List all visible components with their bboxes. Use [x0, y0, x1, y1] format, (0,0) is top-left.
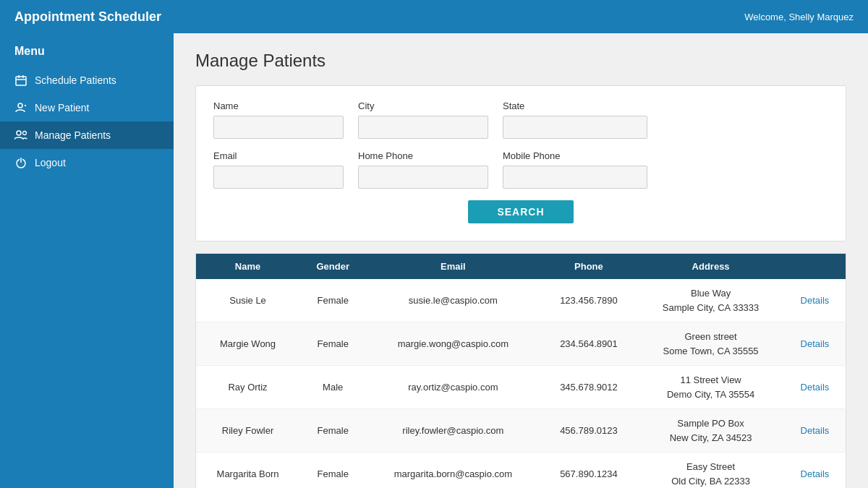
app-header: Appointment Scheduler Welcome, Shelly Ma…	[0, 0, 868, 33]
patient-table: Name Gender Email Phone Address Susie Le…	[195, 253, 846, 488]
cell-address: Sample PO BoxNew City, ZA 34523	[637, 409, 784, 453]
form-row-2: Email Home Phone Mobile Phone	[213, 150, 828, 189]
cell-name: Ray Ortiz	[196, 366, 300, 409]
state-input[interactable]	[503, 116, 647, 139]
col-gender: Gender	[299, 254, 366, 280]
sidebar-item-manage-patients[interactable]: Manage Patients	[0, 121, 174, 149]
cell-gender: Female	[299, 322, 366, 366]
details-link[interactable]: Details	[791, 288, 840, 313]
cell-email: margie.wong@caspio.com	[366, 322, 540, 366]
sidebar: Menu Schedule Patients	[0, 33, 174, 488]
sidebar-menu-label: Menu	[0, 45, 174, 67]
cell-address: Green streetSome Town, CA 35555	[637, 322, 784, 366]
calendar-icon	[14, 74, 27, 87]
table-row: Ray Ortiz Male ray.ortiz@caspio.com 345.…	[196, 366, 846, 409]
form-group-mobile-phone: Mobile Phone	[503, 150, 647, 189]
form-group-state: State	[503, 100, 647, 139]
table-body: Susie Le Female susie.le@caspio.com 123.…	[196, 279, 846, 488]
email-input[interactable]	[213, 166, 344, 189]
cell-details[interactable]: Details	[784, 322, 846, 366]
sidebar-item-schedule-label: Schedule Patients	[35, 74, 116, 86]
name-label: Name	[213, 100, 344, 111]
sidebar-item-logout-label: Logout	[35, 157, 66, 168]
main-content: Manage Patients Name City State	[174, 33, 868, 488]
manage-users-icon	[14, 129, 27, 142]
cell-email: margarita.born@caspio.com	[366, 453, 540, 489]
city-label: City	[358, 100, 488, 111]
cell-gender: Female	[299, 453, 366, 489]
svg-rect-0	[16, 77, 26, 85]
col-address: Address	[637, 254, 784, 280]
mobile-phone-label: Mobile Phone	[503, 150, 647, 161]
cell-details[interactable]: Details	[784, 279, 846, 322]
form-group-home-phone: Home Phone	[358, 150, 488, 189]
table-row: Susie Le Female susie.le@caspio.com 123.…	[196, 279, 846, 322]
add-user-icon	[14, 101, 27, 114]
cell-name: Riley Fowler	[196, 409, 300, 453]
form-row-1: Name City State	[213, 100, 828, 139]
sidebar-item-logout[interactable]: Logout	[0, 149, 174, 176]
col-actions	[784, 254, 846, 280]
col-name: Name	[196, 254, 300, 280]
search-btn-row: SEARCH	[213, 200, 828, 223]
cell-address: Easy StreetOld City, BA 22333	[637, 453, 784, 489]
cell-gender: Female	[299, 409, 366, 453]
cell-phone: 345.678.9012	[540, 366, 637, 409]
table-row: Margarita Born Female margarita.born@cas…	[196, 453, 846, 489]
cell-name: Susie Le	[196, 279, 300, 322]
details-link[interactable]: Details	[791, 418, 840, 443]
cell-name: Margie Wong	[196, 322, 300, 366]
state-label: State	[503, 100, 647, 111]
cell-phone: 567.890.1234	[540, 453, 637, 489]
cell-gender: Female	[299, 279, 366, 322]
cell-name: Margarita Born	[196, 453, 300, 489]
cell-details[interactable]: Details	[784, 453, 846, 489]
cell-address: Blue WaySample City, CA 33333	[637, 279, 784, 322]
name-input[interactable]	[213, 116, 344, 139]
cell-email: ray.ortiz@caspio.com	[366, 366, 540, 409]
table-row: Margie Wong Female margie.wong@caspio.co…	[196, 322, 846, 366]
sidebar-item-schedule-patients[interactable]: Schedule Patients	[0, 67, 174, 94]
email-label: Email	[213, 150, 344, 161]
col-email: Email	[366, 254, 540, 280]
cell-address: 11 Street ViewDemo City, TA 35554	[637, 366, 784, 409]
home-phone-input[interactable]	[358, 166, 488, 189]
form-group-email: Email	[213, 150, 344, 189]
main-layout: Menu Schedule Patients	[0, 33, 868, 488]
form-group-city: City	[358, 100, 488, 139]
details-link[interactable]: Details	[791, 461, 840, 487]
sidebar-item-new-patient[interactable]: New Patient	[0, 94, 174, 121]
table-row: Riley Fowler Female riley.fowler@caspio.…	[196, 409, 846, 453]
svg-point-4	[18, 103, 22, 108]
home-phone-label: Home Phone	[358, 150, 488, 161]
page-title: Manage Patients	[195, 51, 846, 71]
cell-details[interactable]: Details	[784, 409, 846, 453]
col-phone: Phone	[540, 254, 637, 280]
city-input[interactable]	[358, 116, 488, 139]
cell-phone: 234.564.8901	[540, 322, 637, 366]
cell-email: riley.fowler@caspio.com	[366, 409, 540, 453]
details-link[interactable]: Details	[791, 331, 840, 356]
welcome-message: Welcome, Shelly Marquez	[744, 12, 854, 22]
svg-point-8	[23, 132, 27, 135]
cell-gender: Male	[299, 366, 366, 409]
svg-point-7	[17, 131, 21, 135]
table-header: Name Gender Email Phone Address	[196, 254, 846, 280]
details-link[interactable]: Details	[791, 374, 840, 400]
sidebar-item-manage-label: Manage Patients	[35, 129, 111, 141]
table-header-row: Name Gender Email Phone Address	[196, 254, 846, 280]
form-group-name: Name	[213, 100, 344, 139]
cell-email: susie.le@caspio.com	[366, 279, 540, 322]
cell-phone: 456.789.0123	[540, 409, 637, 453]
mobile-phone-input[interactable]	[503, 166, 647, 189]
power-icon	[14, 156, 27, 169]
sidebar-item-new-patient-label: New Patient	[35, 102, 89, 114]
cell-details[interactable]: Details	[784, 366, 846, 409]
search-card: Name City State Email Home Pho	[195, 85, 846, 241]
search-button[interactable]: SEARCH	[468, 200, 573, 223]
cell-phone: 123.456.7890	[540, 279, 637, 322]
app-title: Appointment Scheduler	[14, 9, 161, 25]
